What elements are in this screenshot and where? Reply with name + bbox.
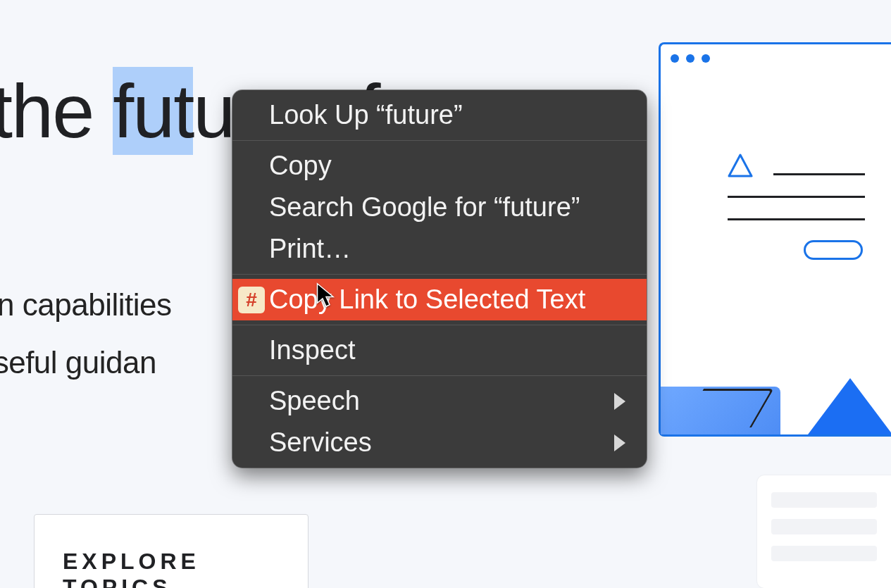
- hash-icon: #: [238, 287, 265, 313]
- context-menu-separator: [232, 140, 647, 141]
- menu-item-label: Copy: [269, 151, 332, 181]
- skeleton-line: [771, 546, 877, 561]
- context-menu-separator: [232, 375, 647, 376]
- context-menu-copy[interactable]: Copy: [232, 145, 647, 187]
- placeholder-line: [773, 173, 865, 175]
- window-traffic-lights: [671, 54, 710, 63]
- chevron-right-icon: [614, 393, 625, 410]
- skeleton-line: [771, 492, 877, 508]
- menu-item-label: Services: [269, 427, 372, 458]
- context-menu-lookup[interactable]: Look Up “future”: [232, 94, 647, 136]
- placeholder-line: [728, 196, 865, 198]
- context-menu-copy-link-selected-text[interactable]: # Copy Link to Selected Text: [232, 279, 647, 320]
- heading-prefix: ld the: [0, 68, 113, 154]
- traffic-light-dot: [686, 54, 694, 63]
- context-menu-services[interactable]: Services: [232, 422, 647, 463]
- blue-triangle-right: [808, 378, 891, 434]
- svg-marker-1: [318, 284, 334, 307]
- traffic-light-dot: [702, 54, 710, 63]
- menu-item-label: Speech: [269, 386, 360, 416]
- chevron-right-icon: [614, 434, 625, 451]
- menu-item-label: Print…: [269, 234, 351, 264]
- menu-item-label: Search Google for “future”: [269, 192, 580, 223]
- svg-marker-0: [729, 155, 752, 176]
- menu-item-label: Inspect: [269, 335, 356, 365]
- subtext-line-2: ith useful guidan: [0, 345, 156, 380]
- context-menu-separator: [232, 325, 647, 325]
- cursor-icon: [316, 282, 337, 308]
- subtext-line-1: odern capabilities: [0, 287, 171, 323]
- skeleton-card: [757, 475, 891, 588]
- context-menu-search-google[interactable]: Search Google for “future”: [232, 187, 647, 228]
- context-menu[interactable]: Look Up “future” Copy Search Google for …: [232, 90, 647, 468]
- triangle-icon: [728, 154, 753, 179]
- traffic-light-dot: [671, 54, 679, 63]
- context-menu-speech[interactable]: Speech: [232, 380, 647, 422]
- illustration-window: [659, 42, 891, 437]
- illustration-footer: [661, 385, 891, 434]
- menu-item-label: Look Up “future”: [269, 100, 463, 130]
- explore-topics-card[interactable]: EXPLORE TOPICS: [34, 514, 309, 588]
- heading-selected-text[interactable]: fut: [113, 67, 193, 155]
- explore-topics-label: EXPLORE TOPICS: [63, 549, 280, 588]
- context-menu-separator: [232, 274, 647, 275]
- placeholder-line: [728, 218, 865, 220]
- skeleton-line: [771, 519, 877, 534]
- pill-button-illustration: [804, 240, 863, 260]
- context-menu-print[interactable]: Print…: [232, 228, 647, 270]
- context-menu-inspect[interactable]: Inspect: [232, 330, 647, 371]
